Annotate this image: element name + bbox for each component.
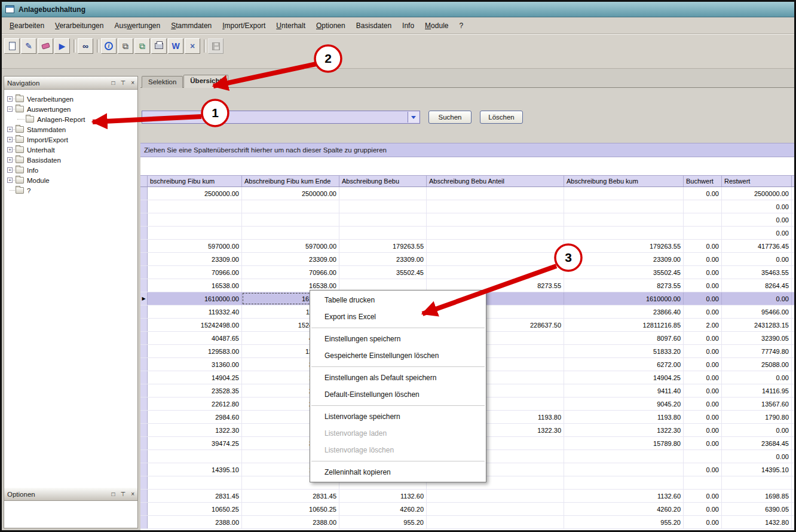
cell[interactable]: 0.00 bbox=[684, 424, 722, 436]
table-row[interactable]: 0.00 bbox=[140, 200, 794, 213]
cell[interactable]: 0.00 bbox=[722, 292, 792, 305]
cell[interactable] bbox=[242, 227, 339, 239]
cell[interactable]: 0.00 bbox=[722, 371, 792, 384]
run-button[interactable]: ▶ bbox=[54, 38, 70, 54]
cell[interactable]: 70966.00 bbox=[242, 266, 339, 279]
cell[interactable]: 0.00 bbox=[684, 503, 722, 515]
cell[interactable] bbox=[792, 384, 794, 397]
cell[interactable] bbox=[792, 305, 794, 318]
cell[interactable]: 14904.25 bbox=[148, 371, 242, 384]
cell[interactable]: 2984.60 bbox=[148, 411, 242, 423]
word-export-button[interactable]: W bbox=[168, 38, 183, 54]
cell[interactable] bbox=[792, 503, 794, 515]
cell[interactable] bbox=[564, 476, 684, 489]
cell[interactable]: 70966.00 bbox=[148, 266, 242, 279]
cell[interactable]: 35502.45 bbox=[339, 266, 427, 279]
options-pin-icon[interactable]: ⊤ bbox=[120, 491, 125, 497]
cell[interactable]: 1322.30 bbox=[564, 424, 684, 436]
cell[interactable]: 0.00 bbox=[684, 253, 722, 265]
cell[interactable]: 39474.25 bbox=[148, 437, 242, 450]
cell[interactable]: 0.00 bbox=[684, 279, 722, 292]
cell[interactable]: 0.00 bbox=[684, 187, 722, 200]
cell[interactable]: 0.00 bbox=[684, 292, 722, 305]
menu-item-unterhalt[interactable]: Unterhalt bbox=[271, 19, 311, 33]
nav-item-anlagen-report[interactable]: Anlagen-Report bbox=[4, 114, 137, 124]
cell[interactable] bbox=[242, 200, 339, 213]
cell[interactable]: 0.00 bbox=[684, 398, 722, 410]
cell[interactable] bbox=[684, 200, 722, 213]
cell[interactable]: 0.00 bbox=[684, 411, 722, 423]
cell[interactable]: 13567.60 bbox=[722, 398, 792, 410]
cell[interactable] bbox=[792, 450, 794, 463]
cell[interactable]: 4260.20 bbox=[564, 503, 684, 515]
cell[interactable] bbox=[792, 253, 794, 265]
context-menu-item-default-einstellungen-loeschen[interactable]: Default-Einstellungen löschen bbox=[310, 386, 486, 403]
cell[interactable] bbox=[792, 358, 794, 371]
table-row[interactable]: 0.00 bbox=[140, 227, 794, 240]
cell[interactable]: 23684.45 bbox=[722, 437, 792, 450]
cell[interactable]: 119332.40 bbox=[148, 305, 242, 318]
cell[interactable] bbox=[684, 450, 722, 463]
cell[interactable]: 8264.45 bbox=[722, 279, 792, 292]
cell[interactable]: 0.00 bbox=[684, 345, 722, 357]
table-row[interactable]: 70966.0070966.0035502.4535502.450.003546… bbox=[140, 266, 794, 279]
cell[interactable] bbox=[792, 200, 794, 213]
cell[interactable]: 16538.00 bbox=[148, 279, 242, 292]
cell[interactable]: 23309.00 bbox=[148, 253, 242, 265]
cell[interactable] bbox=[564, 227, 684, 239]
cell[interactable]: 0.00 bbox=[684, 332, 722, 344]
cell[interactable]: 2500000.00 bbox=[722, 187, 792, 200]
cell[interactable]: 25088.00 bbox=[722, 358, 792, 371]
column-header-abschreibung-bebu-kum[interactable]: Abschreibung Bebu kum bbox=[564, 176, 684, 186]
cell[interactable] bbox=[684, 227, 722, 239]
cell[interactable]: 955.20 bbox=[564, 516, 684, 528]
cell[interactable]: 597000.00 bbox=[242, 240, 339, 252]
cell[interactable] bbox=[792, 411, 794, 423]
cell[interactable] bbox=[792, 463, 794, 476]
column-header-buchwert[interactable]: Buchwert bbox=[684, 176, 722, 186]
cell[interactable]: 417736.45 bbox=[722, 240, 792, 252]
options-float-icon[interactable]: □ bbox=[111, 491, 115, 497]
cell[interactable] bbox=[564, 450, 684, 463]
copy-button[interactable]: ⧉ bbox=[118, 38, 133, 54]
menu-item-item[interactable]: ? bbox=[454, 19, 469, 33]
cell[interactable] bbox=[792, 437, 794, 450]
info-button[interactable]: i bbox=[101, 38, 117, 54]
context-menu-item-tabelle-drucken[interactable]: Tabelle drucken bbox=[310, 292, 486, 308]
menu-item-bearbeiten[interactable]: Bearbeiten bbox=[4, 19, 50, 33]
cell[interactable] bbox=[792, 398, 794, 410]
cell[interactable]: 15789.80 bbox=[564, 437, 684, 450]
cell[interactable]: 179263.55 bbox=[564, 240, 684, 252]
cell[interactable]: 179263.55 bbox=[339, 240, 427, 252]
cell[interactable]: 1610000.00 bbox=[564, 292, 684, 305]
cell[interactable]: 1790.80 bbox=[722, 411, 792, 423]
cell[interactable]: 51833.20 bbox=[564, 345, 684, 357]
cell[interactable]: 0.00 bbox=[722, 450, 792, 463]
menu-item-auswertungen[interactable]: Auswertungen bbox=[109, 19, 166, 33]
cell[interactable] bbox=[792, 292, 794, 305]
search-button[interactable]: ∞ bbox=[78, 38, 93, 54]
cell[interactable]: 1322.30 bbox=[148, 424, 242, 436]
cell[interactable]: 2388.00 bbox=[242, 516, 339, 528]
cell[interactable] bbox=[792, 516, 794, 528]
cell[interactable]: 1432.80 bbox=[722, 516, 792, 528]
table-row[interactable]: 2500000.002500000.000.002500000.00 bbox=[140, 187, 794, 200]
cell[interactable]: 23528.35 bbox=[148, 384, 242, 397]
cell[interactable]: 22612.80 bbox=[148, 398, 242, 410]
cell[interactable] bbox=[427, 490, 564, 502]
search-combobox[interactable] bbox=[142, 111, 420, 124]
cell[interactable] bbox=[792, 424, 794, 436]
cell[interactable]: 2.00 bbox=[684, 319, 722, 331]
cell[interactable] bbox=[684, 476, 722, 489]
close-button[interactable]: × bbox=[185, 38, 200, 54]
cell[interactable] bbox=[564, 463, 684, 476]
cell[interactable]: 8273.55 bbox=[564, 279, 684, 292]
context-menu-item-listenvorlage-speichern[interactable]: Listenvorlage speichern bbox=[310, 408, 486, 425]
cell[interactable]: 14395.10 bbox=[148, 463, 242, 476]
cell[interactable]: 23309.00 bbox=[242, 253, 339, 265]
cell[interactable] bbox=[148, 476, 242, 489]
cell[interactable]: 1132.60 bbox=[564, 490, 684, 502]
cell[interactable]: 15242498.00 bbox=[148, 319, 242, 331]
nav-item-verarbeitungen[interactable]: +Verarbeitungen bbox=[4, 94, 137, 104]
menu-item-import-export[interactable]: Import/Export bbox=[217, 19, 271, 33]
